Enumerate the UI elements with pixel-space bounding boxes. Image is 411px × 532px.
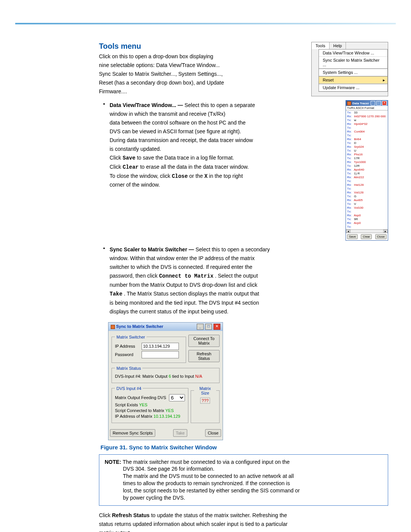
connect-matrix-button[interactable]: Connect To Matrix — [188, 335, 220, 347]
refresh-status-bold: Refresh Status — [112, 512, 150, 518]
tracer-clear-button[interactable]: Clear — [361, 234, 372, 239]
bullet-icon: • — [99, 244, 105, 316]
data-tracer-window: Data Tracer - □ × Tx/Rx ASCII Format Tx:… — [346, 100, 388, 241]
bullet1-lead: Data View/Trace Window... — — [110, 102, 185, 108]
sync-matrix-window: Sync to Matrix Switcher _ □ × Matrix Swi… — [108, 322, 223, 440]
matrix-size-legend: Matrix Size — [194, 386, 216, 395]
minimize-icon[interactable]: - — [371, 101, 375, 105]
clear-kw: Clear — [123, 164, 139, 170]
close-x-kw: X — [204, 173, 207, 179]
close-button[interactable]: Close — [205, 429, 221, 437]
menu-item-update-firmware[interactable]: Update Firmware ... — [319, 84, 387, 91]
menu-item-reset[interactable]: Reset ▸ — [319, 76, 387, 84]
pw-label: Password — [115, 352, 139, 357]
tracer-save-button[interactable]: Save — [347, 234, 358, 239]
tracer-icon — [347, 101, 351, 105]
bullet-icon: • — [99, 100, 105, 241]
menu-item-sync-scaler[interactable]: Sync Scaler to Matrix Switcher ... — [319, 57, 387, 69]
feed-select[interactable]: 6 — [169, 394, 185, 401]
remove-scripts-button[interactable]: Remove Sync Scripts — [110, 429, 155, 437]
pw-input[interactable] — [142, 351, 179, 358]
close-icon[interactable]: × — [382, 101, 387, 105]
close-icon[interactable]: × — [213, 324, 220, 330]
tracer-close-button[interactable]: Close — [375, 234, 387, 239]
matrix-switcher-legend: Matrix Switcher — [115, 335, 147, 339]
connect-matrix-kw: Connect to Matrix — [159, 273, 213, 279]
tracer-body: Tx: 33Rx: In02*000 1270 280 000Tx: wRx: … — [346, 110, 388, 229]
intro-l5: Firmware.... — [99, 88, 304, 95]
note-label: NOTE: — [105, 459, 121, 465]
maximize-icon[interactable]: □ — [376, 101, 381, 105]
close-kw: Close — [172, 173, 188, 179]
figure-caption: Figure 31. Sync to Matrix Switcher Windo… — [100, 444, 388, 451]
ip-label: IP Address — [115, 344, 139, 348]
ip-input[interactable] — [142, 343, 179, 350]
take-button[interactable]: Take — [173, 429, 187, 437]
dvs-input-legend: DVS Input #4 — [115, 386, 143, 391]
section-title: Tools menu — [99, 42, 304, 51]
data-tracer-title: Data Tracer — [352, 102, 369, 105]
tied-input-val: N/A — [195, 374, 202, 379]
tools-menu-screenshot: Tools Help Data View/Trace Window ... Sy… — [311, 42, 388, 96]
matrix-size-val: ??? — [200, 398, 210, 404]
bullet2-lead: Sync Scaler to Matrix Switcher — — [110, 246, 196, 252]
intro-l3: Sync Scaler to Matrix Switcher..., Syste… — [99, 70, 304, 78]
sync-title: Sync to Matrix Switcher — [116, 324, 163, 329]
minimize-icon[interactable]: _ — [197, 324, 204, 330]
note-box: NOTE: The matrix switcher must be connec… — [99, 454, 388, 506]
sync-icon — [111, 325, 115, 329]
menu-item-data-view[interactable]: Data View/Trace Window ... — [319, 50, 387, 57]
maximize-icon[interactable]: □ — [205, 324, 212, 330]
menu-item-system-settings[interactable]: System Settings ... — [319, 69, 387, 76]
h-scrollbar[interactable]: ◄► — [346, 229, 388, 233]
intro-l2: nine selectable options: Data View/Trace… — [99, 62, 304, 69]
intro-l1: Click on this to open a drop-down box di… — [99, 53, 304, 60]
menu-item-reset-label: Reset — [323, 78, 334, 82]
submenu-arrow-icon: ▸ — [383, 78, 385, 83]
intro-l4: Reset (has a secondary drop down box), a… — [99, 79, 304, 86]
tracer-header: Tx/Rx ASCII Format — [346, 106, 388, 110]
top-bar — [15, 23, 396, 24]
save-kw: Save — [123, 155, 135, 161]
tools-tab[interactable]: Tools — [312, 42, 330, 49]
matrix-out-val: 6 — [169, 374, 171, 379]
take-kw: Take — [110, 291, 123, 297]
help-tab[interactable]: Help — [330, 42, 346, 49]
refresh-status-button[interactable]: Refresh Status — [188, 350, 220, 362]
matrix-status-legend: Matrix Status — [115, 366, 142, 371]
